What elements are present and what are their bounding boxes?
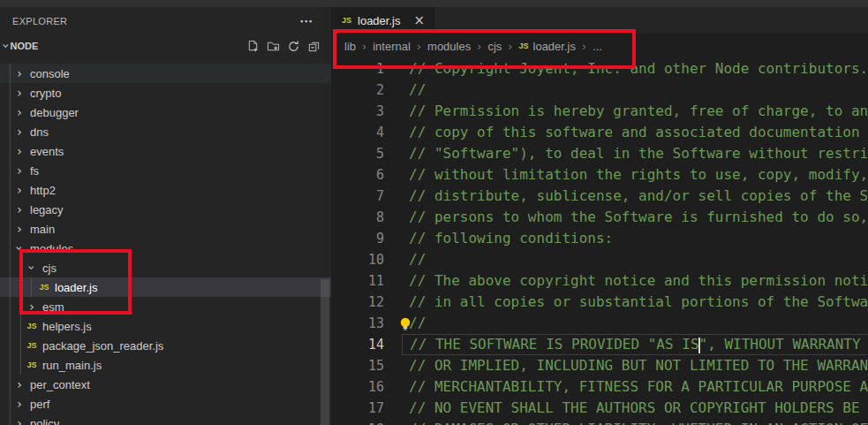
tree-item-label: http2 — [30, 184, 56, 197]
chevron-right-icon: › — [12, 183, 26, 197]
line-content: // persons to whom the Software is furni… — [402, 207, 868, 228]
chevron-right-icon: › — [25, 300, 39, 314]
collapse-all-icon[interactable] — [306, 39, 321, 53]
line-number: 6 — [331, 164, 384, 186]
breadcrumb-item-cjs[interactable]: cjs — [487, 40, 502, 53]
tree-item-main[interactable]: ›main — [0, 219, 331, 239]
code-line-13[interactable]: 13// — [331, 313, 868, 334]
more-actions-icon[interactable]: ⋯ — [299, 13, 313, 29]
close-icon[interactable]: × — [413, 12, 425, 28]
code-line-17[interactable]: 17// NO EVENT SHALL THE AUTHORS OR COPYR… — [331, 398, 868, 419]
tree-item-esm[interactable]: ›esm — [0, 297, 331, 316]
tree-item-label: events — [30, 145, 64, 158]
tree-item-per-context[interactable]: ›per_context — [0, 375, 331, 394]
code-line-16[interactable]: 16// MERCHANTABILITY, FITNESS FOR A PART… — [331, 376, 868, 398]
code-line-5[interactable]: 5// "Software"), to deal in the Software… — [331, 143, 868, 164]
chevron-down-icon: › — [12, 241, 26, 255]
code-line-11[interactable]: 11// The above copyright notice and this… — [331, 270, 868, 292]
new-file-icon[interactable] — [245, 39, 260, 53]
breadcrumb-item-internal[interactable]: internal — [373, 40, 411, 53]
line-content: // The above copyright notice and this p… — [402, 270, 868, 292]
tree-item-label: cjs — [42, 262, 57, 275]
tree-item-perf[interactable]: ›perf — [0, 394, 331, 414]
chevron-right-icon: › — [12, 397, 26, 411]
line-number: 5 — [331, 143, 384, 164]
code-line-10[interactable]: 10// — [331, 249, 868, 270]
tree-item-label: perf — [30, 398, 49, 411]
line-number: 15 — [331, 355, 384, 376]
tree-item-label: legacy — [30, 203, 64, 216]
indent-guide — [20, 258, 21, 375]
explorer-scrollbar-thumb[interactable] — [321, 279, 329, 425]
breadcrumb-label: internal — [373, 40, 411, 53]
code-line-14[interactable]: 14// THE SOFTWARE IS PROVIDED "AS IS", W… — [331, 334, 868, 355]
line-number: 7 — [331, 186, 384, 207]
tree-item-crypto[interactable]: ›crypto — [0, 83, 331, 102]
breadcrumb-label: ... — [593, 40, 602, 53]
tree-item-legacy[interactable]: ›legacy — [0, 200, 331, 219]
tree-item-events[interactable]: ›events — [0, 141, 331, 161]
line-content: // NO EVENT SHALL THE AUTHORS OR COPYRIG… — [402, 398, 868, 419]
code-line-15[interactable]: 15// OR IMPLIED, INCLUDING BUT NOT LIMIT… — [331, 355, 868, 376]
code-line-18[interactable]: 18// DAMAGES OR OTHER LIABILITY, WHETHER… — [331, 419, 868, 425]
line-content: // — [402, 313, 868, 334]
node-section-header[interactable]: › NODE — [0, 35, 331, 57]
code-editor[interactable]: 1// Copyright Joyent, Inc. and other Nod… — [331, 58, 868, 425]
js-file-icon: JS — [37, 280, 51, 294]
title-bar — [0, 0, 868, 7]
breadcrumb-item-modules[interactable]: modules — [427, 40, 471, 53]
breadcrumb-label: modules — [427, 40, 471, 53]
tree-item-fs[interactable]: ›fs — [0, 161, 331, 180]
tree-item-label: helpers.js — [42, 320, 92, 333]
breadcrumb-item-loader-js[interactable]: JSloader.js — [519, 40, 576, 53]
line-content: // Permission is hereby granted, free of… — [402, 101, 868, 122]
breadcrumb-separator: › — [508, 40, 512, 53]
line-number: 10 — [331, 249, 384, 270]
tree-item-loader-js[interactable]: JSloader.js — [0, 277, 331, 297]
tree-item-debugger[interactable]: ›debugger — [0, 102, 331, 122]
tree-item-cjs[interactable]: ›cjs — [0, 258, 331, 277]
breadcrumb-separator: › — [477, 40, 481, 53]
tree-item-dns[interactable]: ›dns — [0, 122, 331, 141]
code-line-6[interactable]: 6// without limitation the rights to use… — [331, 164, 868, 186]
tree-item-package-json-reader-js[interactable]: JSpackage_json_reader.js — [0, 336, 331, 355]
refresh-icon[interactable] — [286, 39, 300, 53]
section-actions — [245, 39, 321, 53]
line-content: // — [402, 249, 868, 270]
breadcrumb-item--[interactable]: ... — [593, 40, 602, 53]
breadcrumb-item-lib[interactable]: lib — [344, 40, 356, 53]
breadcrumb-separator: › — [582, 40, 586, 53]
tree-item-label: modules — [30, 242, 73, 255]
code-line-9[interactable]: 9// following conditions: — [331, 228, 868, 249]
lightbulb-icon[interactable] — [399, 316, 411, 330]
tree-item-http2[interactable]: ›http2 — [0, 180, 331, 200]
explorer-header: EXPLORER ⋯ — [0, 7, 331, 35]
tree-item-label: console — [30, 67, 70, 80]
tree-item-console[interactable]: ›console — [0, 64, 331, 83]
tree-item-policy[interactable]: ›policy — [0, 414, 331, 425]
code-line-4[interactable]: 4// copy of this software and associated… — [331, 122, 868, 143]
tree-item-helpers-js[interactable]: JShelpers.js — [0, 316, 331, 336]
code-line-3[interactable]: 3// Permission is hereby granted, free o… — [331, 101, 868, 122]
line-content: // OR IMPLIED, INCLUDING BUT NOT LIMITED… — [402, 355, 868, 376]
code-line-1[interactable]: 1// Copyright Joyent, Inc. and other Nod… — [331, 58, 868, 80]
line-number: 3 — [331, 101, 384, 122]
breadcrumb-label: loader.js — [533, 40, 576, 53]
code-line-12[interactable]: 12// in all copies or substantial portio… — [331, 292, 868, 313]
editor-group: JS loader.js × lib›internal›modules›cjs›… — [331, 7, 868, 425]
code-line-2[interactable]: 2// — [331, 80, 868, 101]
chevron-right-icon: › — [12, 202, 26, 216]
code-line-8[interactable]: 8// persons to whom the Software is furn… — [331, 207, 868, 228]
workbench: EXPLORER ⋯ › NODE — [0, 7, 868, 425]
code-line-7[interactable]: 7// distribute, sublicense, and/or sell … — [331, 186, 868, 207]
tab-loader-js[interactable]: JS loader.js × — [331, 7, 435, 34]
tree-item-label: package_json_reader.js — [42, 339, 163, 353]
explorer-title: EXPLORER — [12, 16, 67, 27]
breadcrumb-label: lib — [344, 40, 356, 53]
tab-label: loader.js — [358, 14, 400, 27]
tree-item-modules[interactable]: ›modules — [0, 239, 331, 258]
tree-item-label: loader.js — [55, 281, 97, 294]
new-folder-icon[interactable] — [266, 39, 280, 53]
tree-item-run-main-js[interactable]: JSrun_main.js — [0, 355, 331, 375]
explorer-sidebar: EXPLORER ⋯ › NODE — [0, 7, 331, 425]
